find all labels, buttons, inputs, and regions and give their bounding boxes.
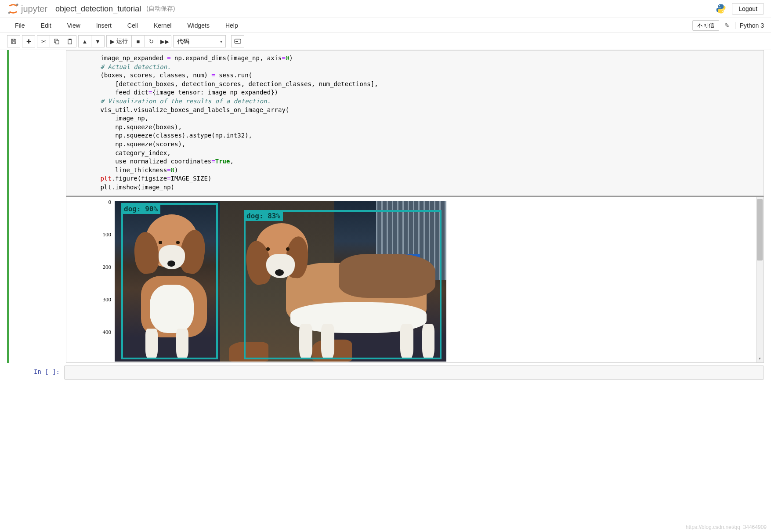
edit-icon[interactable]: ✎: [724, 22, 730, 29]
move-down-button[interactable]: ▼: [91, 35, 105, 47]
menu-cell[interactable]: Cell: [119, 18, 146, 33]
toolbar: ✚ ✂ ▲ ▼ ▶运行 ■ ↻ ▶▶ 代码: [0, 33, 771, 50]
header: jupyter object_detection_tutorial (自动保存)…: [0, 0, 771, 18]
kernel-name: Python 3: [735, 22, 764, 29]
empty-code-cell[interactable]: In [ ]:: [7, 366, 764, 380]
restart-button[interactable]: ↻: [145, 35, 158, 47]
run-button[interactable]: ▶运行: [106, 35, 132, 47]
svg-rect-7: [69, 39, 71, 40]
restart-run-all-button[interactable]: ▶▶: [158, 35, 171, 47]
code-cell[interactable]: image_np_expanded = np.expand_dims(image…: [7, 50, 764, 363]
logout-button[interactable]: Logout: [732, 3, 764, 14]
celltype-select[interactable]: 代码: [173, 35, 226, 47]
svg-point-0: [16, 4, 18, 6]
svg-rect-9: [235, 41, 238, 42]
svg-rect-5: [56, 40, 59, 44]
output-area: 0 100 200 300 400: [66, 196, 764, 363]
empty-code-editor[interactable]: [64, 366, 764, 380]
cut-button[interactable]: ✂: [37, 35, 50, 47]
command-palette-button[interactable]: [231, 35, 244, 47]
cell-prompt-empty: In [ ]:: [7, 366, 64, 380]
menu-edit[interactable]: Edit: [33, 18, 59, 33]
autosave-status: (自动保存): [146, 5, 175, 13]
move-up-button[interactable]: ▲: [78, 35, 91, 47]
notebook-container: image_np_expanded = np.expand_dims(image…: [0, 50, 771, 391]
paste-button[interactable]: [63, 35, 76, 47]
logo-text: jupyter: [21, 4, 47, 14]
menu-help[interactable]: Help: [217, 18, 246, 33]
detection-label-2: dog: 83%: [244, 211, 283, 221]
menu-view[interactable]: View: [59, 18, 88, 33]
menu-kernel[interactable]: Kernel: [146, 18, 179, 33]
copy-button[interactable]: [50, 35, 63, 47]
detection-box-1: dog: 90%: [121, 203, 218, 359]
svg-point-3: [722, 11, 723, 12]
plot-output: 0 100 200 300 400: [115, 201, 759, 362]
code-editor[interactable]: image_np_expanded = np.expand_dims(image…: [66, 50, 764, 196]
scrollbar-thumb[interactable]: [757, 199, 763, 261]
notebook-name[interactable]: object_detection_tutorial: [55, 4, 141, 14]
menu-insert[interactable]: Insert: [88, 18, 119, 33]
svg-point-1: [8, 12, 10, 14]
menu-widgets[interactable]: Widgets: [179, 18, 217, 33]
output-scrollbar[interactable]: ▴ ▾: [756, 197, 764, 362]
jupyter-logo[interactable]: jupyter: [7, 3, 47, 15]
save-button[interactable]: [7, 35, 20, 47]
svg-point-2: [719, 5, 720, 6]
detection-image: dog: 90% dog: 83%: [115, 201, 446, 362]
trust-badge[interactable]: 不可信: [692, 20, 719, 31]
menubar: File Edit View Insert Cell Kernel Widget…: [0, 18, 771, 33]
cell-prompt: [9, 50, 66, 363]
jupyter-icon: [7, 3, 19, 15]
python-icon: [715, 3, 727, 14]
menu-file[interactable]: File: [7, 18, 33, 33]
add-cell-button[interactable]: ✚: [22, 35, 35, 47]
interrupt-button[interactable]: ■: [132, 35, 145, 47]
detection-box-2: dog: 83%: [244, 210, 442, 359]
scroll-down-icon[interactable]: ▾: [756, 355, 764, 362]
detection-label-1: dog: 90%: [121, 204, 160, 214]
